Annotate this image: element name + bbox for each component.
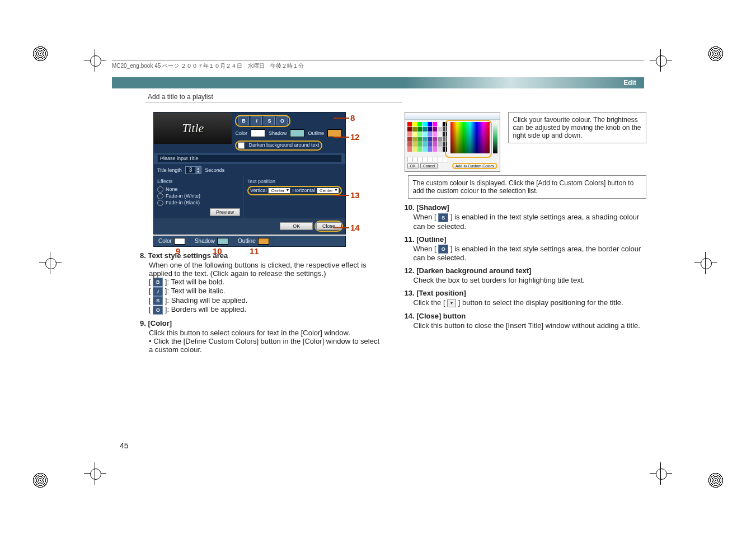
- shadow-tab[interactable]: Shadow: [190, 236, 233, 246]
- effect-fadein-white: Fade-in (White): [166, 193, 200, 199]
- effect-none: None: [166, 186, 178, 192]
- effects-label: Effects: [157, 179, 240, 184]
- item8-outline: Borders will be applied.: [171, 305, 246, 313]
- effect-radio[interactable]: [157, 193, 163, 199]
- bottom-tabs: Color Shadow Outline: [153, 236, 346, 247]
- crosshair-icon: [39, 252, 62, 274]
- item11-head: 11. [Outline]: [405, 235, 647, 243]
- callout-11: 11: [250, 246, 259, 256]
- item8-bold: Text will be bold.: [171, 278, 224, 286]
- reg-mark-icon: [32, 46, 48, 62]
- item14-head: 14. [Close] button: [405, 312, 647, 320]
- crosshair-icon: [694, 252, 717, 274]
- callout-9: 9: [176, 246, 180, 256]
- darken-label: Darken background around text: [248, 142, 319, 149]
- tip-favourite-colour: Click your favourite colour. The brightn…: [508, 112, 647, 143]
- color-tab-swatch: [174, 238, 185, 245]
- color-tab[interactable]: Color: [154, 236, 190, 246]
- shadow-tab-label: Shadow: [195, 238, 215, 244]
- outline-icon: O: [153, 306, 163, 315]
- subsection-rule: [145, 102, 402, 102]
- gradient-highlight: [445, 120, 492, 158]
- callout-12: 12: [350, 132, 360, 142]
- title-input[interactable]: Please input Title: [157, 154, 342, 162]
- bold-button[interactable]: B: [238, 116, 249, 125]
- item13-head: 13. [Text position]: [405, 289, 647, 297]
- item10-head: 10. [Shadow]: [405, 203, 647, 212]
- effect-fadein-black: Fade-in (Black): [166, 200, 200, 205]
- effect-radio[interactable]: [157, 200, 163, 206]
- bold-icon: B: [153, 278, 163, 287]
- outline-tab-label: Outline: [238, 238, 256, 244]
- darken-checkbox[interactable]: [238, 142, 245, 149]
- item14-body: Click this button to close the [Insert T…: [414, 321, 647, 330]
- crosshair-icon: [84, 49, 106, 72]
- horizontal-select[interactable]: Center: [317, 188, 339, 194]
- color-tab-label: Color: [158, 238, 172, 244]
- add-custom-colors-button[interactable]: Add to Custom Colors: [452, 163, 497, 169]
- outline-button[interactable]: O: [276, 116, 288, 125]
- item8-shadow: Shading will be applied.: [171, 296, 248, 305]
- color-label: Color: [235, 130, 247, 136]
- title-preview-text: Title: [182, 121, 204, 135]
- item9-bullet: Click the [Define Custom Colors] button …: [149, 337, 379, 354]
- preview-button[interactable]: Preview: [210, 208, 240, 216]
- basic-swatches[interactable]: [407, 122, 447, 152]
- outline-tab[interactable]: Outline: [233, 236, 274, 246]
- outline-tab-swatch: [258, 238, 269, 245]
- shadow-icon: S: [438, 213, 448, 222]
- item13-b: ] button to select the display positioni…: [458, 298, 623, 307]
- dropdown-icon: ▾: [447, 299, 456, 307]
- subsection-title: Add a title to a playlist: [148, 93, 213, 101]
- item12-head: 12. [Darken background around text]: [405, 266, 647, 275]
- crosshair-icon: [84, 462, 106, 485]
- color-picker-dialog: OK Cancel Add to Custom Colors: [405, 112, 500, 172]
- shadow-label: Shadow: [269, 130, 287, 136]
- reg-mark-icon: [708, 472, 724, 488]
- picker-ok-button[interactable]: OK: [407, 163, 419, 168]
- picker-cancel-button[interactable]: Cancel: [420, 163, 438, 168]
- outline-swatch[interactable]: [327, 129, 342, 137]
- item13-a: Click the [: [414, 298, 445, 307]
- callout-14: 14: [350, 223, 360, 232]
- title-length-spinner[interactable]: 3 ▲▼: [185, 166, 202, 174]
- item11-a: When [: [414, 245, 436, 253]
- callout-10: 10: [213, 246, 222, 256]
- shadow-button[interactable]: S: [264, 116, 275, 125]
- effect-radio[interactable]: [157, 186, 163, 193]
- ok-button[interactable]: OK: [280, 222, 313, 230]
- shadow-swatch[interactable]: [290, 129, 304, 137]
- color-swatch[interactable]: [251, 129, 265, 137]
- item10-a: When [: [414, 213, 436, 221]
- italic-button[interactable]: I: [251, 116, 262, 125]
- tip-custom-colour: The custom colour is displayed. Click th…: [408, 175, 647, 199]
- close-button[interactable]: Close: [316, 222, 341, 230]
- item12-body: Check the box to set borders for highlig…: [414, 276, 647, 284]
- item8-body: When one of the following buttons is cli…: [149, 261, 382, 278]
- crosshair-icon: [650, 462, 672, 485]
- section-banner: Edit: [112, 77, 644, 88]
- callout-13: 13: [350, 190, 360, 200]
- crosshair-icon: [650, 49, 672, 72]
- page-number: 45: [120, 441, 129, 450]
- vertical-label: Vertical: [250, 188, 267, 194]
- italic-icon: I: [153, 287, 163, 296]
- shadow-icon: S: [153, 296, 163, 305]
- callout-8: 8: [350, 113, 355, 123]
- item9-head: 9. [Color]: [140, 319, 382, 327]
- reg-mark-icon: [32, 472, 48, 488]
- horizontal-label: Horizontal: [292, 188, 315, 194]
- insert-title-dialog: Title B I S O Color: [153, 112, 346, 235]
- title-length-unit: Seconds: [205, 167, 224, 173]
- outline-label: Outline: [308, 130, 324, 136]
- title-length-value: 3: [186, 167, 196, 174]
- source-header: MC20_eng.book 45 ページ ２００７年１０月２４日 水曜日 午後２…: [112, 60, 644, 73]
- item9-body: Click this button to select colours for …: [149, 329, 382, 337]
- brightness-slider[interactable]: [493, 122, 497, 153]
- outline-icon: O: [438, 245, 448, 254]
- text-position-label: Text position: [247, 179, 342, 184]
- vertical-select[interactable]: Center: [268, 188, 290, 194]
- shadow-tab-swatch: [217, 238, 228, 245]
- text-style-group: B I S O: [235, 115, 290, 127]
- reg-mark-icon: [708, 46, 724, 62]
